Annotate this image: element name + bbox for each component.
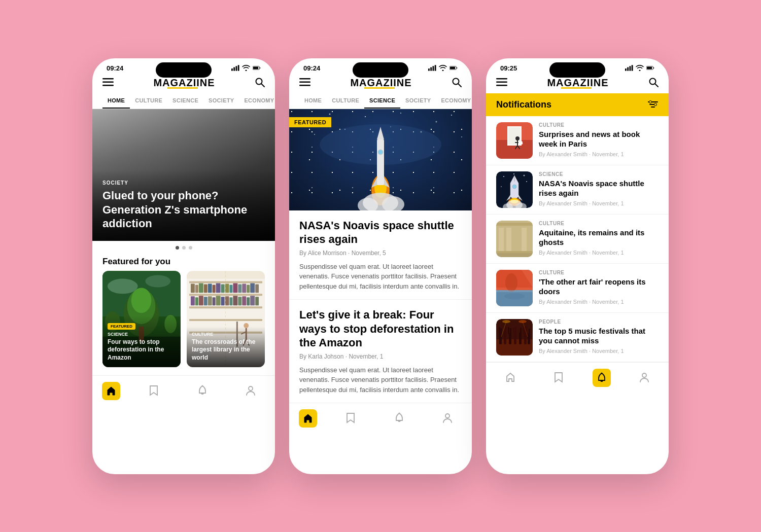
tab-society-1[interactable]: SOCIETY — [203, 93, 239, 109]
svg-point-181 — [642, 373, 646, 377]
filter-icon-3[interactable] — [647, 100, 659, 109]
svg-rect-58 — [242, 296, 246, 305]
tab-science-2[interactable]: SCIENCE — [364, 93, 400, 109]
svg-rect-75 — [435, 65, 436, 70]
status-icons-1 — [231, 65, 261, 71]
tab-home-1[interactable]: HOME — [102, 93, 130, 109]
notif-item-art[interactable]: CULTURE 'The other art fair' reopens its… — [486, 264, 669, 313]
svg-rect-148 — [496, 223, 533, 226]
card-library[interactable]: CULTURE The crossroads of the largest li… — [187, 271, 265, 367]
status-icons-2 — [428, 65, 458, 71]
hero-image-1: SOCIETY Glued to your phone? Generation … — [92, 109, 275, 241]
notif-headline-rocket: NASA's Noavis space shuttle rises again — [539, 179, 659, 198]
svg-rect-107 — [632, 65, 633, 70]
tab-society-2[interactable]: SOCIETY — [400, 93, 436, 109]
status-icons-3 — [625, 65, 654, 71]
article-meta-2: By Karla Johson · November, 1 — [299, 353, 462, 360]
notif-headline-festival: The top 5 music festivals that you canno… — [539, 326, 659, 346]
search-button-2[interactable] — [452, 77, 462, 89]
festival-illustration — [496, 319, 533, 356]
search-icon-3 — [648, 77, 659, 87]
nav-profile-2[interactable] — [433, 409, 462, 428]
svg-rect-100 — [377, 139, 384, 185]
nav-bell-1[interactable] — [188, 382, 217, 400]
svg-point-18 — [131, 288, 152, 313]
notif-item-paris[interactable]: CULTURE Surprises and news at book week … — [486, 116, 669, 165]
svg-rect-53 — [221, 297, 225, 305]
logo-underline-2 — [364, 87, 395, 89]
svg-rect-52 — [216, 296, 221, 305]
time-3: 09:25 — [500, 64, 517, 72]
card-amazon[interactable]: FEATURED SCIENCE Four ways to stop defor… — [102, 271, 181, 367]
svg-rect-3 — [238, 65, 239, 70]
svg-rect-46 — [191, 296, 195, 305]
card-overlay-library: CULTURE The crossroads of the largest li… — [187, 327, 265, 367]
svg-rect-104 — [625, 68, 627, 71]
logo-underline-3 — [561, 87, 592, 89]
hamburger-button-3[interactable] — [496, 78, 507, 88]
notif-text-rocket: SCIENCE NASA's Noavis space shuttle rise… — [539, 171, 659, 206]
nav-bell-3[interactable] — [593, 369, 611, 387]
svg-point-88 — [451, 115, 452, 116]
tab-economy-2[interactable]: ECONOMY — [436, 93, 472, 109]
notif-item-rocket[interactable]: SCIENCE NASA's Noavis space shuttle rise… — [486, 165, 669, 215]
nav-home-2[interactable] — [299, 409, 317, 428]
tab-culture-1[interactable]: CULTURE — [130, 93, 167, 109]
svg-rect-165 — [508, 327, 509, 334]
hamburger-button-2[interactable] — [299, 78, 310, 88]
nav-tabs-2: HOME CULTURE SCIENCE SOCIETY ECONOMY — [289, 93, 472, 109]
svg-rect-33 — [204, 284, 207, 293]
svg-rect-37 — [221, 284, 225, 293]
notif-item-columns[interactable]: CULTURE Aquitaine, its remains and its g… — [486, 215, 669, 264]
cards-row-1: FEATURED SCIENCE Four ways to stop defor… — [92, 271, 275, 375]
nav-home-3[interactable] — [496, 369, 525, 387]
svg-rect-174 — [528, 333, 530, 344]
svg-point-155 — [504, 293, 525, 299]
bell-icon-1 — [196, 384, 209, 397]
bell-icon-2 — [393, 411, 406, 424]
nav-bookmark-1[interactable] — [139, 382, 168, 400]
time-2: 09:24 — [303, 64, 320, 72]
svg-point-84 — [329, 113, 331, 115]
bottom-nav-1 — [92, 375, 275, 410]
svg-rect-170 — [520, 328, 522, 334]
notif-item-festival[interactable]: PEOPLE The top 5 music festivals that yo… — [486, 313, 669, 362]
notif-thumb-festival — [496, 319, 533, 356]
nav-bell-2[interactable] — [385, 409, 414, 428]
svg-point-101 — [378, 150, 383, 155]
svg-rect-112 — [496, 85, 507, 86]
svg-point-86 — [400, 113, 401, 114]
svg-rect-56 — [233, 296, 237, 305]
notif-thumb-rocket — [496, 171, 533, 208]
tab-culture-2[interactable]: CULTURE — [327, 93, 364, 109]
notif-category-art: CULTURE — [539, 270, 659, 275]
nav-bookmark-3[interactable] — [544, 369, 573, 387]
status-bar-3: 09:25 — [486, 58, 669, 72]
svg-point-128 — [524, 174, 525, 176]
wifi-icon-2 — [439, 65, 447, 71]
svg-rect-77 — [450, 67, 455, 69]
search-button-1[interactable] — [255, 77, 265, 89]
hero-dots-1 — [92, 241, 275, 252]
tab-science-1[interactable]: SCIENCE — [167, 93, 203, 109]
nav-profile-1[interactable] — [236, 382, 265, 400]
notif-category-paris: CULTURE — [539, 122, 659, 128]
nav-profile-3[interactable] — [630, 369, 659, 387]
nav-home-1[interactable] — [102, 382, 120, 400]
svg-point-127 — [503, 176, 504, 177]
article-1: NASA's Noavis space shuttle rises again … — [289, 210, 472, 300]
svg-rect-80 — [299, 85, 310, 86]
tab-economy-1[interactable]: ECONOMY — [239, 93, 275, 109]
svg-rect-68 — [187, 271, 265, 278]
svg-rect-51 — [213, 297, 216, 305]
search-button-3[interactable] — [648, 77, 659, 89]
tab-home-2[interactable]: HOME — [299, 93, 327, 109]
card-category-library: CULTURE — [192, 332, 260, 337]
bookmark-icon-1 — [147, 384, 160, 397]
nav-bookmark-2[interactable] — [336, 409, 365, 428]
hamburger-button-1[interactable] — [102, 78, 114, 88]
svg-rect-40 — [233, 283, 237, 293]
svg-rect-7 — [102, 81, 114, 83]
svg-rect-61 — [255, 297, 259, 305]
svg-point-87 — [436, 121, 437, 122]
